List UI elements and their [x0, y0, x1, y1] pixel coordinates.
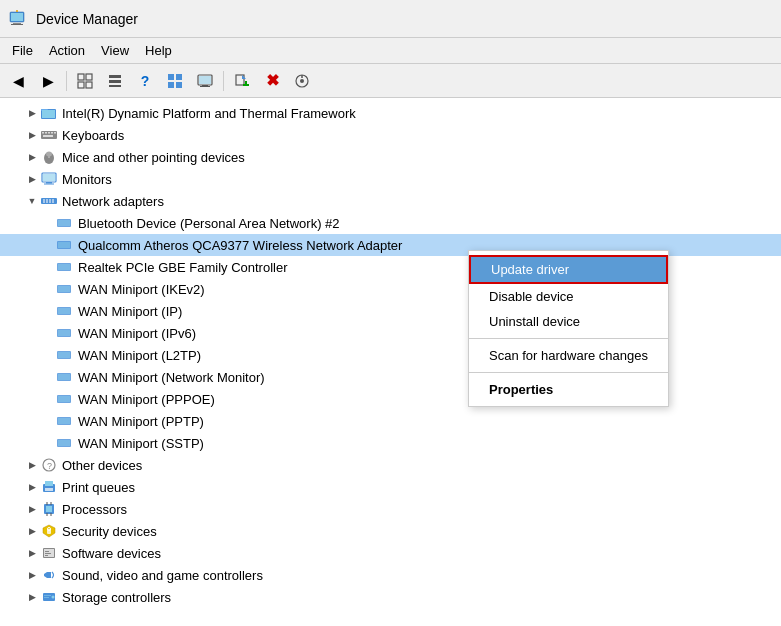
- tree-item-wan-pptp[interactable]: ▶ WAN Miniport (PPTP): [0, 410, 781, 432]
- tree-label: Mice and other pointing devices: [62, 150, 245, 165]
- tree-label: Processors: [62, 502, 127, 517]
- expand-icon: ▶: [24, 171, 40, 187]
- svg-rect-74: [45, 481, 53, 486]
- tree-item-mice[interactable]: ▶ Mice and other pointing devices: [0, 146, 781, 168]
- tree-item-software[interactable]: ▶ Software devices: [0, 542, 781, 564]
- mouse-icon: [40, 149, 58, 165]
- svg-rect-54: [58, 264, 70, 270]
- network-device-icon: [56, 237, 74, 253]
- expand-icon: ▶: [24, 149, 40, 165]
- tree-item-storage[interactable]: ▶ Storage controllers: [0, 586, 781, 608]
- update-driver-item[interactable]: Update driver: [469, 255, 668, 284]
- network-device-icon: [56, 435, 74, 451]
- tree-label: Storage controllers: [62, 590, 171, 605]
- title-bar-icon: [8, 9, 28, 29]
- svg-rect-15: [176, 82, 182, 88]
- svg-rect-36: [43, 135, 53, 137]
- svg-rect-77: [46, 506, 52, 512]
- monitor-button[interactable]: [191, 67, 219, 95]
- tree-label: Software devices: [62, 546, 161, 561]
- new-action-button[interactable]: [228, 67, 256, 95]
- expand-icon: ▼: [24, 193, 40, 209]
- svg-rect-7: [78, 82, 84, 88]
- grid2-button[interactable]: [101, 67, 129, 95]
- forward-button[interactable]: ▶: [34, 67, 62, 95]
- menu-view[interactable]: View: [93, 41, 137, 60]
- scan-hardware-label: Scan for hardware changes: [489, 348, 648, 363]
- tree-label: WAN Miniport (Network Monitor): [78, 370, 265, 385]
- tree-label: WAN Miniport (PPTP): [78, 414, 204, 429]
- svg-rect-9: [109, 75, 121, 78]
- tree-item-monitors[interactable]: ▶ Monitors: [0, 168, 781, 190]
- uninstall-device-item[interactable]: Uninstall device: [469, 309, 668, 334]
- tree-label: Network adapters: [62, 194, 164, 209]
- tree-label: Monitors: [62, 172, 112, 187]
- back-button[interactable]: ◀: [4, 67, 32, 95]
- expand-icon: ▶: [24, 105, 40, 121]
- svg-rect-8: [86, 82, 92, 88]
- tree-item-bluetooth[interactable]: ▶ Bluetooth Device (Personal Area Networ…: [0, 212, 781, 234]
- tree-item-sound[interactable]: ▶ Sound, video and game controllers: [0, 564, 781, 586]
- svg-rect-31: [42, 132, 44, 134]
- content-area: ▶ Intel(R) Dynamic Platform and Thermal …: [0, 98, 781, 626]
- tree-item-keyboards[interactable]: ▶ Keyboards: [0, 124, 781, 146]
- tree-label: WAN Miniport (L2TP): [78, 348, 201, 363]
- tree-label: Intel(R) Dynamic Platform and Thermal Fr…: [62, 106, 356, 121]
- menu-help[interactable]: Help: [137, 41, 180, 60]
- tree-item-wan-sstp[interactable]: ▶ WAN Miniport (SSTP): [0, 432, 781, 454]
- svg-rect-52: [58, 242, 70, 248]
- tree-item-network[interactable]: ▼ Network adapters: [0, 190, 781, 212]
- other-icon: ?: [40, 457, 58, 473]
- svg-rect-2: [11, 24, 23, 25]
- svg-point-4: [16, 10, 18, 12]
- tree-label: WAN Miniport (SSTP): [78, 436, 204, 451]
- tree-item-print[interactable]: ▶ Print queues: [0, 476, 781, 498]
- network-icon: [40, 193, 58, 209]
- grid1-button[interactable]: [71, 67, 99, 95]
- svg-rect-56: [58, 286, 70, 292]
- tree-label: Realtek PCIe GBE Family Controller: [78, 260, 288, 275]
- svg-rect-48: [52, 199, 54, 203]
- refresh-button[interactable]: [288, 67, 316, 95]
- delete-button[interactable]: ✖: [258, 67, 286, 95]
- menu-bar: File Action View Help: [0, 38, 781, 64]
- network-device-icon: [56, 259, 74, 275]
- tree-label: Sound, video and game controllers: [62, 568, 263, 583]
- tree-label: Other devices: [62, 458, 142, 473]
- title-bar: Device Manager: [0, 0, 781, 38]
- grid3-button[interactable]: [161, 67, 189, 95]
- svg-point-39: [46, 152, 52, 157]
- svg-rect-14: [168, 82, 174, 88]
- software-icon: [40, 545, 58, 561]
- disable-device-item[interactable]: Disable device: [469, 284, 668, 309]
- network-device-icon: [56, 281, 74, 297]
- help-button[interactable]: ?: [131, 67, 159, 95]
- processor-icon: [40, 501, 58, 517]
- svg-marker-90: [44, 572, 51, 578]
- svg-rect-50: [58, 220, 70, 226]
- svg-rect-70: [58, 440, 70, 446]
- menu-action[interactable]: Action: [41, 41, 93, 60]
- toolbar: ◀ ▶ ?: [0, 64, 781, 98]
- svg-rect-35: [54, 132, 56, 134]
- tree-label: WAN Miniport (IKEv2): [78, 282, 205, 297]
- update-driver-label: Update driver: [491, 262, 569, 277]
- tree-item-intel[interactable]: ▶ Intel(R) Dynamic Platform and Thermal …: [0, 102, 781, 124]
- svg-rect-45: [43, 199, 45, 203]
- network-device-icon: [56, 325, 74, 341]
- properties-label: Properties: [489, 382, 553, 397]
- menu-file[interactable]: File: [4, 41, 41, 60]
- sound-icon: [40, 567, 58, 583]
- tree-item-processors[interactable]: ▶ Processors: [0, 498, 781, 520]
- context-separator-1: [469, 338, 668, 339]
- svg-rect-66: [58, 396, 70, 402]
- expand-icon: ▶: [24, 457, 40, 473]
- properties-item[interactable]: Properties: [469, 377, 668, 402]
- tree-label: Security devices: [62, 524, 157, 539]
- scan-hardware-item[interactable]: Scan for hardware changes: [469, 343, 668, 368]
- svg-rect-6: [86, 74, 92, 80]
- tree-item-security[interactable]: ▶ Security devices: [0, 520, 781, 542]
- svg-point-25: [300, 79, 304, 83]
- tree-item-other[interactable]: ▶ ? Other devices: [0, 454, 781, 476]
- svg-rect-94: [44, 597, 49, 598]
